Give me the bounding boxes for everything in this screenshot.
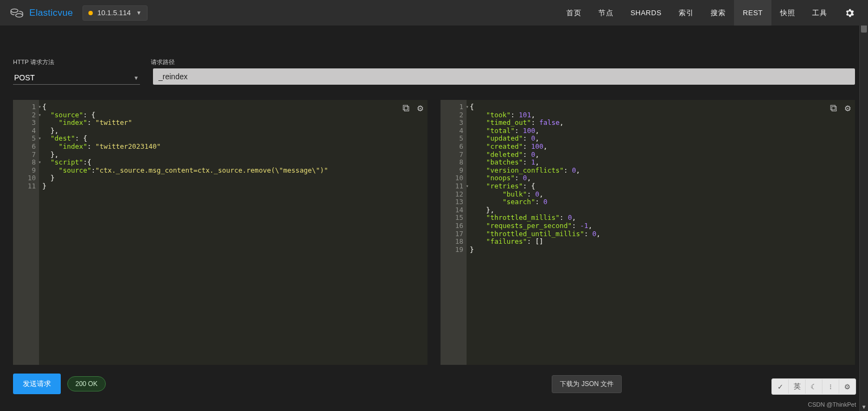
chevron-down-icon: ▼: [136, 10, 142, 16]
settings-gear-icon[interactable]: [835, 8, 864, 18]
watermark: CSDN @ThinkPet: [808, 401, 856, 408]
ime-toolbar[interactable]: ✓英☾⁝⚙: [771, 378, 856, 395]
cluster-status-dot: [88, 11, 93, 15]
page-scrollbar[interactable]: ▲ ▼: [859, 0, 868, 411]
chevron-down-icon: ▼: [133, 75, 139, 81]
copy-icon[interactable]: ⧉: [830, 104, 837, 112]
nav-item-节点[interactable]: 节点: [590, 0, 622, 26]
scroll-down-icon[interactable]: ▼: [860, 403, 868, 411]
status-badge: 200 OK: [67, 376, 106, 391]
ime-tool[interactable]: ⚙: [839, 380, 856, 394]
nav-item-工具[interactable]: 工具: [803, 0, 835, 26]
request-code[interactable]: { "source": { "index": "twitter" }, "des…: [40, 100, 427, 365]
http-method-select[interactable]: POST ▼: [13, 71, 140, 85]
method-label: HTTP 请求方法: [13, 58, 138, 66]
ime-tool[interactable]: ✓: [772, 380, 789, 394]
response-editor[interactable]: ⧉ ⚙ 12345678910111213141516171819 { "too…: [441, 100, 855, 365]
request-editor[interactable]: ⧉ ⚙ 1234567891011 { "source": { "index":…: [13, 100, 427, 365]
ime-tool[interactable]: 英: [789, 380, 806, 394]
response-code: { "took": 101, "timed_out": false, "tota…: [468, 100, 855, 365]
main-nav: 首页节点SHARDS索引搜索REST快照工具: [558, 0, 864, 26]
svg-point-0: [11, 9, 18, 12]
app-name: Elasticvue: [29, 8, 73, 18]
logo-icon: [10, 6, 24, 20]
nav-item-搜索[interactable]: 搜索: [702, 0, 734, 26]
app-logo[interactable]: Elasticvue: [10, 6, 73, 20]
cluster-picker[interactable]: 10.1.5.114 ▼: [82, 5, 147, 21]
nav-item-rest[interactable]: REST: [734, 0, 771, 26]
cluster-ip: 10.1.5.114: [97, 9, 130, 17]
nav-item-快照[interactable]: 快照: [771, 0, 803, 26]
response-gutter: 12345678910111213141516171819: [441, 100, 467, 365]
download-json-button[interactable]: 下载为 JSON 文件: [552, 375, 622, 393]
nav-item-首页[interactable]: 首页: [558, 0, 590, 26]
path-label: 请求路径: [151, 58, 175, 66]
request-path-input[interactable]: [153, 68, 855, 85]
ime-tool[interactable]: ⁝: [822, 380, 839, 394]
app-bar: Elasticvue 10.1.5.114 ▼ 首页节点SHARDS索引搜索RE…: [0, 0, 868, 26]
request-gutter: 1234567891011: [13, 100, 39, 365]
copy-icon[interactable]: ⧉: [403, 104, 410, 112]
nav-item-shards[interactable]: SHARDS: [622, 0, 670, 26]
http-method-value: POST: [14, 73, 35, 82]
ime-tool[interactable]: ☾: [806, 380, 822, 394]
svg-point-1: [16, 14, 23, 17]
send-request-button[interactable]: 发送请求: [13, 374, 61, 394]
gear-icon[interactable]: ⚙: [845, 104, 851, 112]
nav-item-索引[interactable]: 索引: [670, 0, 702, 26]
gear-icon[interactable]: ⚙: [417, 104, 423, 112]
